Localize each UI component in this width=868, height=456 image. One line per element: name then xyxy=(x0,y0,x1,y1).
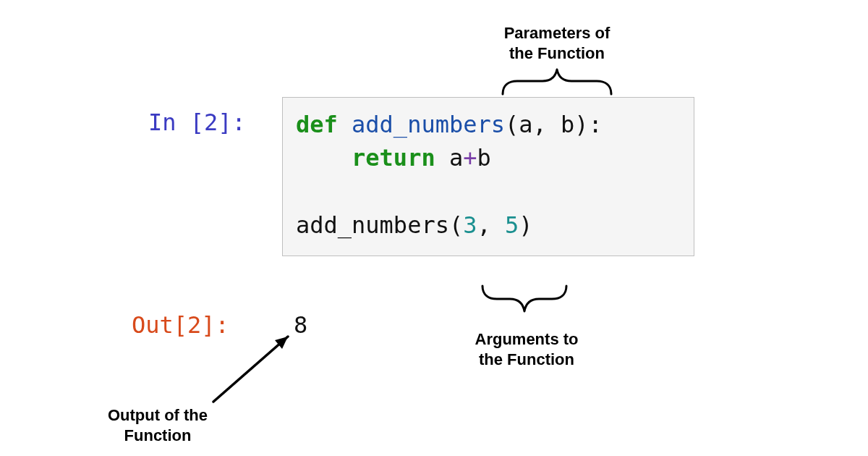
diagram-stage: In [2]: def add_numbers(a, b): return a+… xyxy=(0,0,868,456)
annotation-arguments: Arguments to the Function xyxy=(447,329,606,369)
annotation-output: Output of the Function xyxy=(78,405,237,445)
return-b: b xyxy=(477,144,490,172)
return-a: a xyxy=(449,144,463,172)
code-cell: def add_numbers(a, b): return a+b add_nu… xyxy=(282,97,694,256)
param-a: a xyxy=(519,111,532,138)
annotation-parameters: Parameters of the Function xyxy=(477,23,637,63)
brace-arguments-icon xyxy=(482,286,566,311)
code-line-return: return a+b xyxy=(296,141,681,174)
code-line-def: def add_numbers(a, b): xyxy=(296,108,681,141)
arg-1: 3 xyxy=(463,211,477,239)
paren-open-def: ( xyxy=(505,111,519,138)
brace-parameters-icon xyxy=(503,69,611,94)
out-prompt: Out[2]: xyxy=(132,311,229,339)
paren-open-call: ( xyxy=(449,211,463,239)
code-line-call: add_numbers(3, 5) xyxy=(296,208,681,242)
arg-2: 5 xyxy=(505,211,519,239)
function-name-def: add_numbers xyxy=(352,111,505,138)
arrow-output-icon xyxy=(213,337,288,402)
svg-line-0 xyxy=(213,337,288,402)
output-value: 8 xyxy=(294,311,307,339)
paren-close-def: ): xyxy=(574,111,603,138)
keyword-return: return xyxy=(352,144,435,172)
in-prompt: In [2]: xyxy=(148,109,246,136)
comma-def: , xyxy=(533,111,561,138)
paren-close-call: ) xyxy=(519,211,532,239)
svg-marker-1 xyxy=(275,337,288,349)
keyword-def: def xyxy=(296,111,338,138)
plus-op: + xyxy=(463,144,477,172)
comma-call: , xyxy=(477,211,505,239)
param-b: b xyxy=(561,111,574,138)
function-name-call: add_numbers xyxy=(296,211,449,239)
code-line-blank xyxy=(296,175,681,208)
